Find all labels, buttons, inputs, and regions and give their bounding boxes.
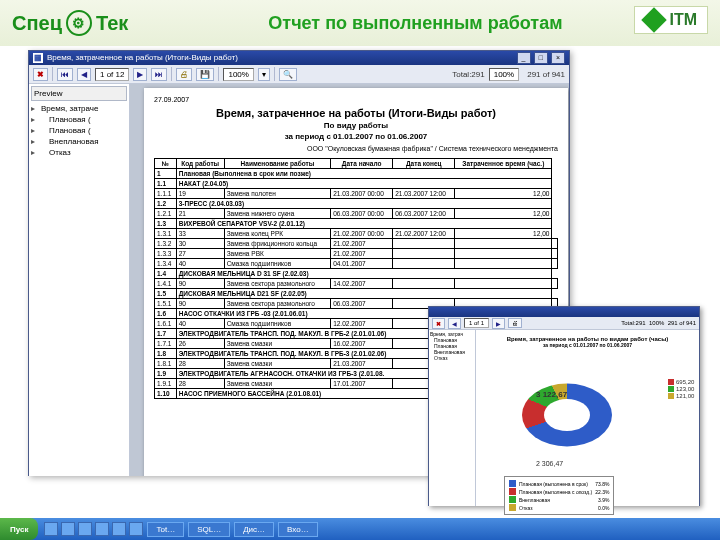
window-title: Время, затраченное на работы (Итоги-Виды… [47, 53, 238, 62]
chart-page: 1 of 1 [464, 318, 489, 328]
first-page-button[interactable]: ⏮ [57, 68, 73, 81]
print-button[interactable]: 🖨 [176, 68, 192, 81]
bolt-icon: ⚙ [66, 10, 92, 36]
tree-item[interactable]: Отказ [31, 147, 127, 158]
chart-prev[interactable]: ◀ [448, 318, 461, 329]
chart-legend: Плановая (выполнена в срок)73.8%Плановая… [504, 476, 614, 515]
min-button[interactable]: _ [517, 52, 531, 64]
taskbar-button[interactable]: Дис… [234, 522, 274, 537]
table-row: 1.3ВИХРЕВОЙ СЕПАРАТОР VSV-2 (2.01.12) [155, 219, 558, 229]
chart-page: Время, затраченное на работы по видам ра… [476, 330, 699, 506]
zoom-box[interactable]: 100% [223, 68, 253, 81]
stage: ▦Время, затраченное на работы (Итоги-Вид… [0, 46, 720, 540]
app-icon: ▦ [33, 53, 43, 63]
chart-callouts: 695,20123,00121,00 [668, 378, 694, 400]
table-row: 1.2.121Замена нижнего сукна06.03.2007 00… [155, 209, 558, 219]
report-title: Время, затраченное на работы (Итоги-Виды… [154, 107, 558, 119]
tree-item[interactable]: Внеплановая [31, 136, 127, 147]
report-org: ООО "Окуловская бумажная фабрика" / Сист… [154, 145, 558, 152]
quick-launch[interactable] [44, 522, 143, 536]
chart-titlebar[interactable] [429, 307, 699, 317]
report-tree-pane: Preview Время, затраче Плановая (Планова… [29, 84, 130, 476]
taskbar-button[interactable]: Tot… [147, 522, 184, 537]
stop-button[interactable]: ✖ [33, 68, 48, 81]
table-row: 1.1.119Замена полотен21.03.2007 00:0021.… [155, 189, 558, 199]
chart-print[interactable]: 🖨 [508, 318, 522, 328]
slide-title: Отчет по выполненным работам [268, 13, 562, 34]
presentation-header: Спец⚙Тек Отчет по выполненным работам IT… [0, 0, 720, 46]
next-page-button[interactable]: ▶ [133, 68, 147, 81]
diamond-icon [642, 7, 667, 32]
zoom-dropdown[interactable]: ▾ [258, 68, 270, 81]
table-row: 1.4ДИСКОВАЯ МЕЛЬНИЦА D 31 SF (2.02.03) [155, 269, 558, 279]
brand-logo-left: Спец⚙Тек [12, 10, 128, 36]
brand-logo-right: ITM [634, 6, 708, 34]
taskbar: Пуск Tot…SQL…Дис…Вхо… [0, 518, 720, 540]
chart-period: за период с 01.01.2007 по 01.06.2007 [476, 342, 699, 348]
table-row: 1.1НАКАТ (2.04.05) [155, 179, 558, 189]
table-row: 1.3.440Смазка подшипников04.01.2007 [155, 259, 558, 269]
report-period: за период с 01.01.2007 по 01.06.2007 [154, 132, 558, 141]
total-label: Total:291 [452, 70, 484, 79]
report-subtitle: По виду работы [154, 121, 558, 130]
taskbar-button[interactable]: SQL… [188, 522, 230, 537]
chart-total: 3 122,67 [536, 390, 567, 399]
tree-item[interactable]: Плановая ( [31, 125, 127, 136]
taskbar-button[interactable]: Вхо… [278, 522, 318, 537]
report-toolbar: ✖ ⏮ ◀ 1 of 12 ▶ ⏭ 🖨 💾 100% ▾ 🔍 Total:291… [29, 65, 569, 84]
page-indicator: 1 of 12 [95, 68, 129, 81]
table-row: 1.5ДИСКОВАЯ МЕЛЬНИЦА D21 SF (2.02.05) [155, 289, 558, 299]
table-row: 1.3.133Замена колец РРК21.02.2007 00:002… [155, 229, 558, 239]
table-row: 1Плановая (Выполнена в срок или позже) [155, 169, 558, 179]
tree-root[interactable]: Время, затраче [31, 103, 127, 114]
count-box: 100% [489, 68, 519, 81]
report-date: 27.09.2007 [154, 96, 558, 103]
save-button[interactable]: 💾 [196, 68, 214, 81]
donut-chart [522, 370, 632, 450]
chart-toolbar: ✖ ◀ 1 of 1 ▶ 🖨 Total:291 100% 291 of 941 [429, 317, 699, 330]
chart-next[interactable]: ▶ [492, 318, 505, 329]
tree-item[interactable]: Плановая ( [31, 114, 127, 125]
table-row: 1.4.190Замена сектора размольного14.02.2… [155, 279, 558, 289]
chart-tree: Время, затрач Плановая Плановая Внеплано… [429, 330, 476, 506]
table-row: 1.23-ПРЕСС (2.04.03.03) [155, 199, 558, 209]
close-button[interactable]: × [551, 52, 565, 64]
max-button[interactable]: □ [534, 52, 548, 64]
chart-window: ✖ ◀ 1 of 1 ▶ 🖨 Total:291 100% 291 of 941… [428, 306, 700, 506]
table-row: 1.3.230Замена фрикционного кольца21.02.2… [155, 239, 558, 249]
chart-largest-value: 2 306,47 [536, 460, 563, 467]
range-label: 291 of 941 [527, 70, 565, 79]
table-row: 1.3.327Замена РВК21.02.2007 [155, 249, 558, 259]
start-button[interactable]: Пуск [0, 518, 38, 540]
chart-stop[interactable]: ✖ [432, 318, 445, 329]
prev-page-button[interactable]: ◀ [77, 68, 91, 81]
last-page-button[interactable]: ⏭ [151, 68, 167, 81]
tree-tab[interactable]: Preview [31, 86, 127, 101]
window-titlebar[interactable]: ▦Время, затраченное на работы (Итоги-Вид… [29, 51, 569, 65]
search-button[interactable]: 🔍 [279, 68, 297, 81]
